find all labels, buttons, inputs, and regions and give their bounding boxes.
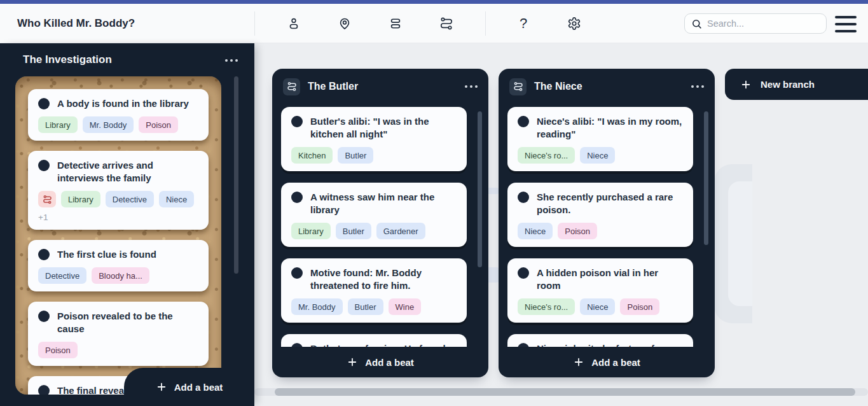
tag[interactable]: Poison xyxy=(558,223,597,239)
ghost-branch-placeholder-inner xyxy=(728,181,752,306)
settings-button[interactable] xyxy=(560,10,588,38)
tag[interactable]: Niece xyxy=(580,147,615,164)
add-beat-label: Add a beat xyxy=(365,357,414,368)
beat-title: Niece inherited a fortune from Mr. Boddy xyxy=(537,342,684,347)
beat-title: A body is found in the library xyxy=(57,97,189,110)
characters-button[interactable] xyxy=(280,10,308,38)
tag[interactable]: Gardener xyxy=(376,223,425,239)
tag[interactable]: Butler xyxy=(338,147,373,164)
branch-canvas: The Butler Butler's alibi: "I was in the… xyxy=(254,43,868,406)
beat-title: A hidden poison vial in her room xyxy=(537,267,684,292)
tag[interactable]: Butler xyxy=(336,223,371,239)
tag[interactable]: Niece's ro... xyxy=(518,298,575,315)
menu-button[interactable] xyxy=(835,16,857,32)
beat-bullet-icon xyxy=(38,385,50,395)
tag-overflow-count: +1 xyxy=(38,213,48,222)
beat-bullet-icon xyxy=(291,116,303,127)
add-beat-button[interactable]: Add a beat xyxy=(272,347,488,377)
branch-title: The Butler xyxy=(308,81,358,92)
tag[interactable]: Library xyxy=(61,191,100,207)
plus-icon xyxy=(347,356,358,368)
search-box[interactable] xyxy=(684,13,827,34)
column-scrollbar[interactable] xyxy=(704,111,708,245)
beat-card[interactable]: A witness saw him near the library Libra… xyxy=(281,183,467,247)
search-icon xyxy=(691,18,702,29)
app-window: Who Killed Mr. Boddy? ? The I xyxy=(0,0,868,406)
add-beat-button[interactable]: Add a beat xyxy=(499,347,715,377)
beat-bullet-icon xyxy=(518,116,529,127)
beat-card[interactable]: The first clue is found Detective Bloody… xyxy=(28,240,209,291)
beat-card[interactable]: Motive found: Mr. Boddy threatened to fi… xyxy=(281,258,467,323)
main-branch-panel: The Investigation A body is found in the… xyxy=(0,43,254,406)
tag[interactable]: Kitchen xyxy=(291,147,333,164)
branch-menu-button[interactable] xyxy=(465,85,478,88)
beat-list: Niece's alibi: "I was in my room, readin… xyxy=(507,106,693,347)
branch-menu-button[interactable] xyxy=(691,85,704,88)
plus-icon xyxy=(740,79,752,90)
search-input[interactable] xyxy=(707,18,820,29)
tag[interactable]: Poison xyxy=(139,116,178,133)
beat-card[interactable]: Butler's confession: He found the body, … xyxy=(281,334,467,347)
column-scrollbar[interactable] xyxy=(478,111,482,267)
tag[interactable]: Library xyxy=(291,223,331,239)
route-icon xyxy=(43,195,52,204)
beats-view-button[interactable] xyxy=(382,10,410,38)
rows-icon xyxy=(389,17,403,31)
tag[interactable]: Poison xyxy=(38,342,78,358)
beat-bullet-icon xyxy=(38,160,50,171)
header-divider xyxy=(485,11,486,36)
beat-title: Motive found: Mr. Boddy threatened to fi… xyxy=(310,267,458,292)
project-title: Who Killed Mr. Boddy? xyxy=(17,17,135,30)
tag[interactable]: Detective xyxy=(38,267,86,284)
locations-button[interactable] xyxy=(331,10,359,38)
tag[interactable]: Niece's ro... xyxy=(518,147,575,164)
tag[interactable]: Niece xyxy=(580,298,615,315)
beat-title: Detective arrives and interviews the fam… xyxy=(57,159,200,185)
plus-icon xyxy=(156,381,167,393)
branch-chip[interactable] xyxy=(509,78,527,95)
gear-icon xyxy=(567,17,581,31)
tag[interactable]: Niece xyxy=(159,191,194,207)
tag[interactable]: Library xyxy=(38,116,78,133)
add-beat-button[interactable]: Add a beat xyxy=(124,368,254,406)
tag[interactable]: Poison xyxy=(620,298,659,315)
beat-card[interactable]: Butler's alibi: "I was in the kitchen al… xyxy=(281,107,467,171)
beat-title: She recently purchased a rare poison. xyxy=(537,191,684,216)
tag[interactable]: Mr. Boddy xyxy=(291,298,343,315)
branch-menu-button[interactable] xyxy=(225,59,238,62)
horizontal-scrollbar[interactable] xyxy=(275,388,855,396)
add-beat-label: Add a beat xyxy=(174,382,223,393)
tag[interactable]: Niece xyxy=(518,223,553,239)
help-icon: ? xyxy=(520,15,527,32)
beat-card[interactable]: Niece inherited a fortune from Mr. Boddy xyxy=(507,334,693,347)
beat-card[interactable]: Poison revealed to be the cause Poison xyxy=(28,302,209,366)
beat-card[interactable]: Niece's alibi: "I was in my room, readin… xyxy=(507,107,693,171)
header-divider xyxy=(254,11,255,36)
route-icon xyxy=(439,17,453,31)
help-button[interactable]: ? xyxy=(509,10,537,38)
beat-bullet-icon xyxy=(38,249,50,260)
beat-card[interactable]: Detective arrives and interviews the fam… xyxy=(28,151,209,230)
tag[interactable]: Bloody ha... xyxy=(92,267,149,284)
beat-title: A witness saw him near the library xyxy=(310,191,458,216)
map-pin-icon xyxy=(338,17,352,31)
branch-link-chip[interactable] xyxy=(38,191,56,207)
route-icon xyxy=(287,81,297,92)
beat-card[interactable]: A body is found in the library Library M… xyxy=(28,89,209,141)
tag[interactable]: Butler xyxy=(348,298,383,315)
beat-bullet-icon xyxy=(518,192,529,203)
new-branch-label: New branch xyxy=(761,79,815,90)
branch-chip[interactable] xyxy=(283,78,300,95)
new-branch-button[interactable]: New branch xyxy=(725,69,868,100)
beat-title: Niece's alibi: "I was in my room, readin… xyxy=(537,115,684,141)
branch-column-butler: The Butler Butler's alibi: "I was in the… xyxy=(272,69,488,377)
branches-view-button[interactable] xyxy=(432,10,460,38)
tag[interactable]: Mr. Boddy xyxy=(83,116,134,133)
tag[interactable]: Wine xyxy=(389,298,422,315)
beat-title: Butler's alibi: "I was in the kitchen al… xyxy=(310,115,458,141)
tag[interactable]: Detective xyxy=(106,191,154,207)
beat-title: Poison revealed to be the cause xyxy=(57,310,200,335)
beat-card[interactable]: She recently purchased a rare poison. Ni… xyxy=(507,183,693,247)
sidebar-scrollbar[interactable] xyxy=(234,76,238,274)
beat-card[interactable]: A hidden poison vial in her room Niece's… xyxy=(507,258,693,323)
